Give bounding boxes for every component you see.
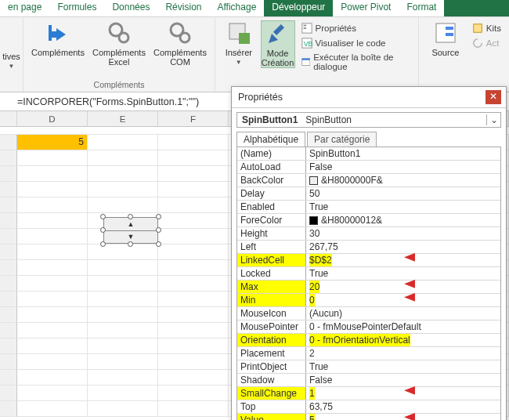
property-row[interactable]: Top63,75 [237,400,500,414]
property-row[interactable]: LinkedCell$D$2 [237,254,500,267]
design-mode-icon [265,21,291,46]
addins-button[interactable]: Compléments [30,20,86,57]
property-value[interactable]: True [306,360,500,373]
property-row[interactable]: Height30 [237,227,500,241]
close-button[interactable]: ✕ [486,90,501,104]
property-name: Orientation [237,334,306,346]
property-value[interactable]: 267,75 [306,241,500,253]
run-dialog-label: Exécuter la boîte de dialogue [313,52,410,71]
property-row[interactable]: (Name)SpinButton1 [237,147,500,161]
design-mode-button[interactable]: ModeCréation [261,20,295,68]
code-icon: VB [301,38,312,49]
ribbon-tab-en-page[interactable]: en page [0,0,49,16]
svg-rect-14 [301,59,309,60]
property-value[interactable]: True [306,201,500,213]
property-row[interactable]: LockedTrue [237,267,500,281]
property-row[interactable]: Min0 [237,294,500,307]
properties-command[interactable]: Propriétés [300,22,412,34]
property-value[interactable]: 30 [306,227,500,240]
property-value[interactable]: 2 [306,347,500,360]
property-value[interactable]: False [306,374,500,386]
property-row[interactable]: AutoLoadFalse [237,161,500,174]
ribbon-tab-format[interactable]: Format [399,0,444,16]
tab-alphabetic[interactable]: Alphabétique [236,132,305,147]
view-code-label: Visualiser le code [316,38,386,48]
properties-label: Propriétés [316,24,356,33]
properties-title-text: Propriétés [238,92,283,103]
property-row[interactable]: EnabledTrue [237,201,500,214]
property-row[interactable]: Left267,75 [237,241,500,254]
property-row[interactable]: BackColor&H8000000F& [237,174,500,187]
property-row[interactable]: ForeColor&H80000012& [237,214,500,227]
ribbon-tab-développeur[interactable]: Développeur [264,0,333,16]
xml-act-command[interactable]: Act [471,37,503,49]
tab-categorized[interactable]: Par catégorie [307,132,377,147]
properties-grid[interactable]: (Name)SpinButton1AutoLoadFalseBackColor&… [236,147,501,420]
property-row[interactable]: ShadowFalse [237,374,500,387]
com-addins-button[interactable]: ComplémentsCOM [152,20,208,67]
property-row[interactable]: Max20 [237,281,500,294]
property-value[interactable]: True [306,267,500,280]
insert-label: Insérer [226,48,252,57]
ribbon-tab-power-pivot[interactable]: Power Pivot [333,0,399,16]
property-row[interactable]: MousePointer0 - fmMousePointerDefault [237,320,500,334]
property-value[interactable]: 1 [306,387,500,400]
property-name: MousePointer [237,320,306,333]
ribbon-tab-données[interactable]: Données [104,0,157,16]
property-row[interactable]: Placement2 [237,347,500,360]
ribbon-tab-révision[interactable]: Révision [157,0,209,16]
highlight-marker: ◀ [404,383,415,396]
chevron-down-icon[interactable]: ⌄ [486,114,500,125]
property-row[interactable]: Delay50 [237,187,500,201]
object-name: SpinButton1 [237,113,302,127]
tives-button[interactable]: tives ▼ [1,20,23,70]
property-value[interactable]: SpinButton1 [306,147,500,160]
property-name: Placement [237,347,306,360]
property-row[interactable]: Orientation0 - fmOrientationVertical [237,334,500,347]
property-value[interactable]: 20 [306,281,500,293]
xml-kits-command[interactable]: Kits [471,22,503,34]
active-cell[interactable]: 5 [17,135,88,150]
insert-control-icon [226,20,251,45]
property-value[interactable]: 50 [306,187,500,200]
property-value[interactable]: &H8000000F& [306,174,500,186]
xml-source-button[interactable]: Source [425,20,466,57]
object-selector[interactable]: SpinButton1 SpinButton ⌄ [236,112,501,128]
property-value[interactable]: &H80000012& [306,214,500,226]
excel-addins-button[interactable]: ComplémentsExcel [91,20,147,67]
property-value[interactable]: 63,75 [306,400,500,413]
ribbon-tab-affichage[interactable]: Affichage [209,0,264,16]
run-dialog-command[interactable]: Exécuter la boîte de dialogue [300,52,412,72]
object-type: SpinButton [302,113,355,127]
property-value[interactable]: (Aucun) [306,307,500,320]
col-header[interactable]: F [158,111,229,127]
property-name: Left [237,241,306,253]
property-value[interactable]: 0 - fmOrientationVertical [306,334,500,346]
svg-text:VB: VB [303,40,312,48]
spin-up[interactable]: ▲ [104,218,157,231]
property-row[interactable]: PrintObjectTrue [237,360,500,374]
ribbon-tab-formules[interactable]: Formules [49,0,104,16]
property-value[interactable]: 0 [306,294,500,306]
spinbutton-control[interactable]: ▲ ▼ [102,215,160,245]
property-name: Enabled [237,201,306,213]
highlight-marker: ◀ [404,290,415,302]
col-header[interactable]: D [17,111,88,127]
property-value[interactable]: $D$2 [306,254,500,266]
property-row[interactable]: MouseIcon(Aucun) [237,307,500,320]
property-row[interactable]: Value5 [237,414,500,420]
properties-titlebar[interactable]: Propriétés ✕ [232,87,506,108]
col-header[interactable]: E [88,111,158,127]
property-value[interactable]: False [306,161,500,173]
svg-rect-16 [446,27,453,30]
insert-control-button[interactable]: Insérer ▼ [222,20,256,66]
properties-window[interactable]: Propriétés ✕ SpinButton1 SpinButton ⌄ Al… [231,86,507,420]
gear-icon [168,20,193,45]
property-row[interactable]: SmallChange1 [237,387,500,400]
property-name: Locked [237,267,306,280]
property-value[interactable]: 0 - fmMousePointerDefault [306,320,500,333]
view-code-command[interactable]: VB Visualiser le code [300,37,412,49]
property-name: SmallChange [237,387,306,400]
property-name: PrintObject [237,360,306,373]
property-value[interactable]: 5 [306,414,500,420]
